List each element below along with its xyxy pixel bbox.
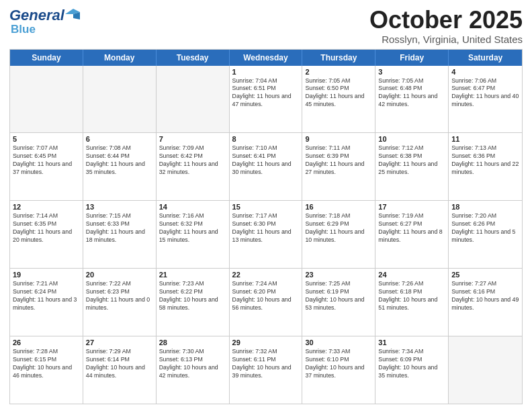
day-cell-5: 5Sunrise: 7:07 AMSunset: 6:45 PMDaylight…	[10, 133, 83, 200]
day-number: 9	[305, 135, 372, 143]
day-cell-26: 26Sunrise: 7:28 AMSunset: 6:15 PMDayligh…	[10, 336, 83, 404]
day-number: 13	[86, 203, 153, 211]
header-tuesday: Tuesday	[157, 50, 230, 66]
cell-info: Sunrise: 7:18 AMSunset: 6:29 PMDaylight:…	[305, 212, 372, 244]
day-number: 2	[305, 68, 372, 76]
day-cell-27: 27Sunrise: 7:29 AMSunset: 6:14 PMDayligh…	[83, 336, 157, 404]
calendar-body: 1Sunrise: 7:04 AMSunset: 6:51 PMDaylight…	[10, 66, 522, 404]
day-cell-13: 13Sunrise: 7:15 AMSunset: 6:33 PMDayligh…	[83, 201, 157, 268]
header-thursday: Thursday	[302, 50, 375, 66]
day-cell-22: 22Sunrise: 7:24 AMSunset: 6:20 PMDayligh…	[230, 269, 303, 336]
day-cell-19: 19Sunrise: 7:21 AMSunset: 6:24 PMDayligh…	[10, 269, 83, 336]
day-number: 20	[86, 271, 153, 279]
day-number: 14	[159, 203, 226, 211]
day-cell-24: 24Sunrise: 7:26 AMSunset: 6:18 PMDayligh…	[375, 269, 449, 336]
day-cell-25: 25Sunrise: 7:27 AMSunset: 6:16 PMDayligh…	[449, 269, 522, 336]
day-cell-15: 15Sunrise: 7:17 AMSunset: 6:30 PMDayligh…	[230, 201, 303, 268]
day-cell-28: 28Sunrise: 7:30 AMSunset: 6:13 PMDayligh…	[157, 336, 230, 404]
day-cell-7: 7Sunrise: 7:09 AMSunset: 6:42 PMDaylight…	[157, 133, 230, 200]
day-number: 24	[378, 271, 445, 279]
cell-info: Sunrise: 7:05 AMSunset: 6:48 PMDaylight:…	[378, 77, 445, 109]
header: General Blue October 2025 Rosslyn, Virgi…	[9, 7, 523, 45]
cell-info: Sunrise: 7:21 AMSunset: 6:24 PMDaylight:…	[13, 280, 80, 312]
cell-info: Sunrise: 7:09 AMSunset: 6:42 PMDaylight:…	[159, 144, 226, 177]
cell-info: Sunrise: 7:10 AMSunset: 6:41 PMDaylight:…	[232, 144, 300, 177]
calendar: Sunday Monday Tuesday Wednesday Thursday…	[9, 49, 523, 404]
cell-info: Sunrise: 7:08 AMSunset: 6:44 PMDaylight:…	[86, 144, 153, 177]
day-cell-16: 16Sunrise: 7:18 AMSunset: 6:29 PMDayligh…	[302, 201, 375, 268]
day-cell-11: 11Sunrise: 7:13 AMSunset: 6:36 PMDayligh…	[449, 133, 522, 200]
day-number: 8	[232, 135, 300, 143]
day-cell-10: 10Sunrise: 7:12 AMSunset: 6:38 PMDayligh…	[375, 133, 449, 200]
day-number: 17	[378, 203, 445, 211]
week-row-2: 5Sunrise: 7:07 AMSunset: 6:45 PMDaylight…	[10, 133, 522, 201]
header-wednesday: Wednesday	[230, 50, 303, 66]
cell-info: Sunrise: 7:14 AMSunset: 6:35 PMDaylight:…	[13, 212, 80, 244]
cell-info: Sunrise: 7:30 AMSunset: 6:13 PMDaylight:…	[159, 348, 226, 380]
cell-info: Sunrise: 7:05 AMSunset: 6:50 PMDaylight:…	[305, 77, 372, 109]
title-area: October 2025 Rosslyn, Virginia, United S…	[369, 7, 523, 45]
header-sunday: Sunday	[10, 50, 83, 66]
day-number: 5	[13, 135, 80, 143]
calendar-header: Sunday Monday Tuesday Wednesday Thursday…	[10, 50, 522, 66]
day-cell-4: 4Sunrise: 7:06 AMSunset: 6:47 PMDaylight…	[449, 66, 522, 133]
day-number: 29	[232, 338, 300, 347]
day-cell-2: 2Sunrise: 7:05 AMSunset: 6:50 PMDaylight…	[302, 66, 375, 133]
cell-info: Sunrise: 7:13 AMSunset: 6:36 PMDaylight:…	[451, 144, 519, 177]
logo: General Blue	[9, 7, 80, 36]
day-number: 7	[159, 135, 226, 143]
day-cell-20: 20Sunrise: 7:22 AMSunset: 6:23 PMDayligh…	[83, 269, 157, 336]
logo-blue: Blue	[11, 23, 36, 36]
day-cell-1: 1Sunrise: 7:04 AMSunset: 6:51 PMDaylight…	[230, 66, 303, 133]
day-cell-17: 17Sunrise: 7:19 AMSunset: 6:27 PMDayligh…	[375, 201, 449, 268]
day-number: 3	[378, 68, 445, 76]
day-number: 31	[378, 338, 445, 347]
day-cell-21: 21Sunrise: 7:23 AMSunset: 6:22 PMDayligh…	[157, 269, 230, 336]
cell-info: Sunrise: 7:22 AMSunset: 6:23 PMDaylight:…	[86, 280, 153, 312]
empty-cell-4-6	[449, 336, 522, 404]
day-number: 22	[232, 271, 300, 279]
header-friday: Friday	[375, 50, 449, 66]
day-cell-14: 14Sunrise: 7:16 AMSunset: 6:32 PMDayligh…	[157, 201, 230, 268]
day-number: 25	[451, 271, 519, 279]
cell-info: Sunrise: 7:06 AMSunset: 6:47 PMDaylight:…	[451, 77, 519, 109]
cell-info: Sunrise: 7:17 AMSunset: 6:30 PMDaylight:…	[232, 212, 300, 244]
day-number: 12	[13, 203, 80, 211]
day-cell-8: 8Sunrise: 7:10 AMSunset: 6:41 PMDaylight…	[230, 133, 303, 200]
cell-info: Sunrise: 7:11 AMSunset: 6:39 PMDaylight:…	[305, 144, 372, 177]
cell-info: Sunrise: 7:15 AMSunset: 6:33 PMDaylight:…	[86, 212, 153, 244]
day-number: 6	[86, 135, 153, 143]
logo-bird-icon	[65, 9, 80, 19]
cell-info: Sunrise: 7:16 AMSunset: 6:32 PMDaylight:…	[159, 212, 226, 244]
cell-info: Sunrise: 7:27 AMSunset: 6:16 PMDaylight:…	[451, 280, 519, 312]
day-number: 4	[451, 68, 519, 76]
day-number: 19	[13, 271, 80, 279]
day-cell-18: 18Sunrise: 7:20 AMSunset: 6:26 PMDayligh…	[449, 201, 522, 268]
day-cell-29: 29Sunrise: 7:32 AMSunset: 6:11 PMDayligh…	[230, 336, 303, 404]
day-number: 27	[86, 338, 153, 347]
day-cell-23: 23Sunrise: 7:25 AMSunset: 6:19 PMDayligh…	[302, 269, 375, 336]
cell-info: Sunrise: 7:07 AMSunset: 6:45 PMDaylight:…	[13, 144, 80, 177]
cell-info: Sunrise: 7:04 AMSunset: 6:51 PMDaylight:…	[232, 77, 300, 109]
location: Rosslyn, Virginia, United States	[369, 34, 523, 45]
cell-info: Sunrise: 7:23 AMSunset: 6:22 PMDaylight:…	[159, 280, 226, 312]
empty-cell-0-1	[83, 66, 157, 133]
month-title: October 2025	[369, 7, 523, 34]
day-cell-9: 9Sunrise: 7:11 AMSunset: 6:39 PMDaylight…	[302, 133, 375, 200]
week-row-1: 1Sunrise: 7:04 AMSunset: 6:51 PMDaylight…	[10, 66, 522, 134]
week-row-3: 12Sunrise: 7:14 AMSunset: 6:35 PMDayligh…	[10, 201, 522, 269]
cell-info: Sunrise: 7:25 AMSunset: 6:19 PMDaylight:…	[305, 280, 372, 312]
day-cell-3: 3Sunrise: 7:05 AMSunset: 6:48 PMDaylight…	[375, 66, 449, 133]
day-number: 11	[451, 135, 519, 143]
cell-info: Sunrise: 7:33 AMSunset: 6:10 PMDaylight:…	[305, 348, 372, 380]
page-container: General Blue October 2025 Rosslyn, Virgi…	[0, 0, 532, 411]
empty-cell-0-0	[10, 66, 83, 133]
header-saturday: Saturday	[449, 50, 522, 66]
day-number: 26	[13, 338, 80, 347]
day-cell-12: 12Sunrise: 7:14 AMSunset: 6:35 PMDayligh…	[10, 201, 83, 268]
cell-info: Sunrise: 7:34 AMSunset: 6:09 PMDaylight:…	[378, 348, 445, 380]
cell-info: Sunrise: 7:24 AMSunset: 6:20 PMDaylight:…	[232, 280, 300, 312]
cell-info: Sunrise: 7:26 AMSunset: 6:18 PMDaylight:…	[378, 280, 445, 312]
day-number: 16	[305, 203, 372, 211]
day-cell-31: 31Sunrise: 7:34 AMSunset: 6:09 PMDayligh…	[375, 336, 449, 404]
